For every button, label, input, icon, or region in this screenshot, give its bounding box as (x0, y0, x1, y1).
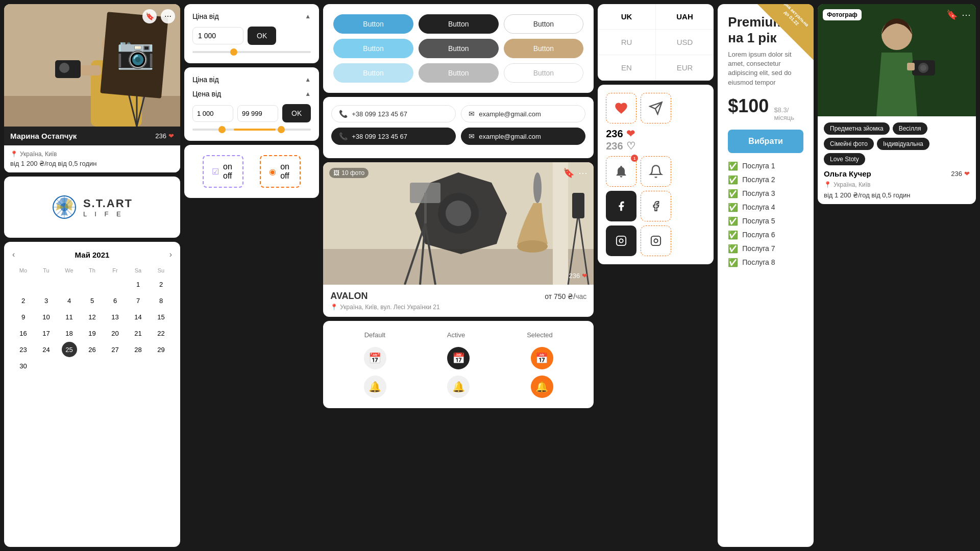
lang-ru[interactable]: RU (598, 30, 656, 55)
feature-1: ✅Послуга 1 (728, 161, 803, 171)
lang-uk[interactable]: UK (598, 4, 656, 30)
cal-day-20[interactable]: 19 (85, 325, 100, 341)
toggle-checkbox-box[interactable]: ☑ on off (203, 155, 243, 188)
cal-day-6[interactable]: 5 (85, 293, 100, 308)
price-row-2: OK (192, 104, 311, 122)
tag-love-story[interactable]: Love Stoty (824, 153, 865, 165)
tag-simeini[interactable]: Сімейні фото (824, 138, 874, 150)
cal-day-24[interactable]: 23 (16, 342, 31, 357)
price-header-2b: Цена від ▲ (192, 90, 311, 98)
heart-filled-icon[interactable] (606, 93, 636, 123)
cal-day-21[interactable]: 20 (108, 325, 123, 341)
toggle-calendar-selected[interactable]: 📅 (531, 347, 553, 369)
cal-day-14[interactable]: 13 (108, 309, 123, 324)
email-contact-2[interactable]: ✉ example@gmail.com (461, 128, 585, 145)
premium-cta-button[interactable]: Вибрати (728, 130, 803, 153)
toggle-calendar-default[interactable]: 📅 (364, 347, 386, 369)
send-icon[interactable] (641, 93, 671, 123)
more-icon[interactable]: ⋯ (161, 9, 175, 23)
tag-individual[interactable]: Індивідуальна (877, 138, 929, 150)
cal-day-9[interactable]: 8 (154, 293, 169, 308)
studio-more-icon[interactable]: ⋯ (578, 167, 587, 179)
price-input-2-max[interactable] (237, 105, 278, 122)
bookmark-icon[interactable]: 🔖 (142, 9, 157, 23)
button-white[interactable]: Button (504, 63, 584, 83)
price-input-1[interactable] (192, 27, 243, 44)
studio-bookmark-icon[interactable]: 🔖 (563, 167, 574, 179)
facebook-outline-icon[interactable] (641, 191, 671, 221)
currency-uah[interactable]: UAH (656, 4, 714, 30)
profile-more-icon[interactable]: ⋯ (962, 9, 971, 20)
lang-en[interactable]: EN (598, 55, 656, 81)
phone-contact-2[interactable]: 📞 +38 099 123 45 67 (331, 128, 456, 145)
feature-4: ✅Послуга 4 (728, 203, 803, 212)
cal-day-7[interactable]: 6 (108, 293, 123, 308)
cal-day-17[interactable]: 16 (16, 325, 31, 341)
toggle-calendar-active[interactable]: 📅 (447, 347, 470, 369)
cal-day-29[interactable]: 29 (154, 342, 169, 357)
cal-day-23[interactable]: 22 (154, 325, 169, 341)
currency-usd[interactable]: USD (656, 30, 714, 55)
phone-contact-1[interactable]: 📞 +38 099 123 45 67 (331, 105, 456, 122)
ok-button-1[interactable]: OK (248, 27, 276, 45)
slider-track-2[interactable] (192, 129, 311, 131)
cal-day-13[interactable]: 12 (85, 309, 100, 324)
cal-day-3[interactable]: 2 (16, 293, 31, 308)
cal-day-8[interactable]: 7 (131, 293, 146, 308)
button-dark[interactable]: Button (419, 14, 499, 34)
toggle-radio-box[interactable]: ◉ on off (260, 155, 301, 188)
cal-day-11[interactable]: 10 (39, 309, 54, 324)
bell-icon[interactable] (641, 156, 671, 187)
cal-day-28[interactable]: 28 (131, 342, 146, 357)
cal-day-19[interactable]: 18 (62, 325, 77, 341)
calendar-prev[interactable]: ‹ (12, 250, 15, 259)
instagram-filled-icon[interactable] (606, 226, 636, 256)
cal-day-18[interactable]: 17 (39, 325, 54, 341)
ok-button-2[interactable]: OK (282, 104, 311, 122)
button-blue-sm[interactable]: Button (333, 39, 413, 58)
slider-thumb-right[interactable] (278, 126, 285, 133)
cal-day-22[interactable]: 21 (131, 325, 146, 341)
facebook-filled-icon[interactable] (606, 191, 636, 221)
button-blue[interactable]: Button (333, 14, 413, 34)
button-tan[interactable]: Button (504, 39, 584, 58)
lang-grid: UK UAH RU USD EN EUR (598, 4, 714, 81)
cal-day-4[interactable]: 3 (39, 293, 54, 308)
aperture-icon (52, 194, 77, 220)
tag-vesillia[interactable]: Весілля (893, 122, 927, 135)
calendar-next[interactable]: › (169, 250, 172, 259)
button-gray-light[interactable]: Button (419, 63, 499, 83)
cal-day-30[interactable]: 30 (16, 358, 31, 373)
slider-track-1[interactable] (192, 51, 311, 53)
cal-day-today[interactable]: 25 (62, 342, 77, 357)
radio-icon: ◉ (269, 167, 276, 177)
price-title-1: Ціна від (192, 12, 219, 20)
price-input-2-min[interactable] (192, 105, 233, 122)
bell-notification-icon[interactable]: 1 (606, 156, 636, 187)
toggle-bell-selected[interactable]: 🔔 (531, 375, 553, 398)
tag-predmetna[interactable]: Предметна зйомка (824, 122, 890, 135)
email-contact-1[interactable]: ✉ example@gmail.com (461, 105, 585, 122)
slider-thumb-left[interactable] (218, 126, 226, 133)
toggle-bell-active[interactable]: 🔔 (447, 375, 470, 398)
icons-bell-row: 1 (606, 156, 705, 187)
profile-bookmark-icon[interactable]: 🔖 (946, 9, 958, 20)
button-blue-light[interactable]: Button (333, 63, 413, 83)
cal-day-27[interactable]: 27 (108, 342, 123, 357)
cal-day-25[interactable]: 24 (39, 342, 54, 357)
cal-day-10[interactable]: 9 (16, 309, 31, 324)
cal-day-2[interactable]: 2 (154, 277, 169, 292)
cal-day-26[interactable]: 26 (85, 342, 100, 357)
cal-day-16[interactable]: 15 (154, 309, 169, 324)
slider-thumb-1[interactable] (230, 48, 237, 56)
toggle-bell-default[interactable]: 🔔 (364, 375, 386, 398)
cal-day-12[interactable]: 11 (62, 309, 77, 324)
cal-day-1[interactable]: 1 (131, 277, 146, 292)
currency-eur[interactable]: EUR (656, 55, 714, 81)
cal-day-15[interactable]: 14 (131, 309, 146, 324)
likes-count: 236 (155, 132, 166, 140)
button-outline[interactable]: Button (504, 14, 584, 34)
cal-day-5[interactable]: 4 (62, 293, 77, 308)
instagram-outline-icon[interactable] (641, 226, 671, 256)
button-dark-med[interactable]: Button (419, 39, 499, 58)
